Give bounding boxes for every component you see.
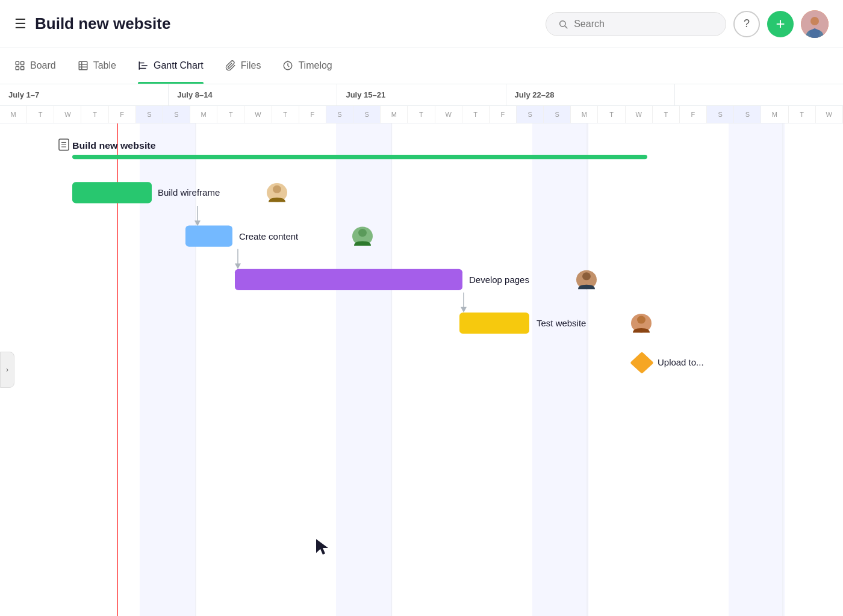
tab-table-label: Table: [93, 60, 116, 71]
gantt-chart-svg: Build new website Build wireframe: [0, 123, 843, 616]
svg-marker-57: [316, 539, 328, 555]
svg-text:Build new website: Build new website: [72, 140, 156, 150]
day-cell: T: [462, 106, 490, 123]
day-labels: M T W T F S S M T W T F S S M T W T F S …: [0, 106, 843, 123]
header: ☰ Build new website ? +: [0, 0, 843, 48]
tab-timelog-label: Timelog: [298, 60, 332, 71]
day-cell: S: [707, 106, 734, 123]
svg-rect-20: [532, 123, 588, 616]
page-title: Build new website: [35, 14, 170, 33]
day-cell: T: [272, 106, 299, 123]
svg-text:Build wireframe: Build wireframe: [158, 188, 220, 198]
day-cell: T: [598, 106, 625, 123]
header-right: ? +: [546, 10, 829, 38]
svg-point-3: [810, 17, 819, 25]
day-cell: S: [353, 106, 381, 123]
day-cell: S: [326, 106, 353, 123]
tab-gantt-label: Gantt Chart: [154, 60, 204, 71]
day-cell: T: [789, 106, 816, 123]
search-input[interactable]: [574, 19, 714, 30]
help-icon: ?: [744, 17, 750, 30]
day-cell: S: [136, 106, 163, 123]
timelog-icon: [282, 60, 293, 71]
day-cell: S: [517, 106, 544, 123]
day-cell: W: [626, 106, 653, 123]
files-icon: [225, 60, 236, 71]
day-cell: M: [190, 106, 217, 123]
tab-timelog[interactable]: Timelog: [282, 48, 332, 84]
svg-point-50: [582, 272, 591, 280]
svg-rect-7: [21, 66, 24, 69]
tab-board-label: Board: [30, 60, 56, 71]
gantt-body: › Build new: [0, 123, 843, 616]
tab-files[interactable]: Files: [225, 48, 261, 84]
timeline-header: July 1–7 July 8–14 July 15–21 July 22–28…: [0, 84, 843, 123]
svg-point-44: [358, 229, 367, 237]
search-icon: [558, 19, 568, 30]
menu-icon[interactable]: ☰: [14, 16, 26, 32]
avatar[interactable]: [801, 10, 829, 38]
tab-board[interactable]: Board: [14, 48, 56, 84]
svg-rect-51: [459, 313, 529, 334]
svg-rect-19: [336, 123, 392, 616]
add-button[interactable]: +: [767, 11, 794, 37]
day-cell: S: [163, 106, 190, 123]
day-cell: T: [81, 106, 108, 123]
week-label-4: July 22–28: [506, 84, 675, 105]
week-label-1: July 1–7: [0, 84, 169, 105]
day-cell: S: [734, 106, 761, 123]
tab-gantt[interactable]: Gantt Chart: [138, 48, 204, 84]
svg-marker-47: [461, 307, 467, 313]
week-label-5: [675, 84, 843, 105]
header-left: ☰ Build new website: [14, 14, 546, 33]
day-cell: M: [0, 106, 27, 123]
svg-point-38: [273, 185, 281, 193]
svg-rect-55: [630, 352, 654, 374]
tabs: Board Table Gantt Chart Files T: [0, 48, 843, 84]
gantt-icon: [138, 60, 149, 71]
week-label-2: July 8–14: [169, 84, 337, 105]
svg-rect-32: [72, 155, 647, 159]
svg-rect-4: [16, 61, 19, 64]
svg-rect-6: [16, 66, 19, 69]
day-cell: F: [299, 106, 326, 123]
week-label-3: July 15–21: [337, 84, 506, 105]
chevron-right-icon: ›: [6, 366, 8, 374]
board-icon: [14, 60, 25, 71]
svg-rect-8: [79, 61, 87, 70]
svg-text:Develop pages: Develop pages: [469, 275, 529, 284]
svg-point-54: [637, 316, 645, 324]
svg-rect-33: [72, 182, 152, 203]
day-cell: S: [544, 106, 571, 123]
day-cell: F: [490, 106, 517, 123]
svg-rect-45: [235, 269, 462, 290]
svg-text:Create content: Create content: [239, 232, 298, 241]
day-cell: T: [217, 106, 244, 123]
svg-rect-39: [185, 226, 232, 247]
day-cell: W: [816, 106, 843, 123]
svg-rect-21: [729, 123, 785, 616]
day-cell: M: [571, 106, 598, 123]
svg-line-1: [565, 26, 567, 28]
chart-area[interactable]: Build new website Build wireframe: [0, 123, 843, 616]
day-cell: W: [54, 106, 81, 123]
svg-text:Test website: Test website: [537, 319, 586, 328]
day-cell: M: [381, 106, 408, 123]
tab-table[interactable]: Table: [78, 48, 116, 84]
help-button[interactable]: ?: [733, 11, 760, 37]
day-cell: T: [27, 106, 54, 123]
day-cell: F: [109, 106, 136, 123]
day-cell: F: [680, 106, 707, 123]
day-cell: T: [408, 106, 435, 123]
week-labels: July 1–7 July 8–14 July 15–21 July 22–28: [0, 84, 843, 106]
svg-rect-5: [21, 61, 24, 64]
add-icon: +: [776, 14, 785, 33]
day-cell: T: [653, 106, 680, 123]
table-icon: [78, 60, 89, 71]
tab-files-label: Files: [241, 60, 261, 71]
day-cell: W: [435, 106, 462, 123]
svg-text:Upload to...: Upload to...: [658, 358, 704, 367]
search-bar[interactable]: [546, 12, 726, 36]
gantt-container: July 1–7 July 8–14 July 15–21 July 22–28…: [0, 84, 843, 616]
collapse-sidebar-button[interactable]: ›: [0, 352, 14, 388]
